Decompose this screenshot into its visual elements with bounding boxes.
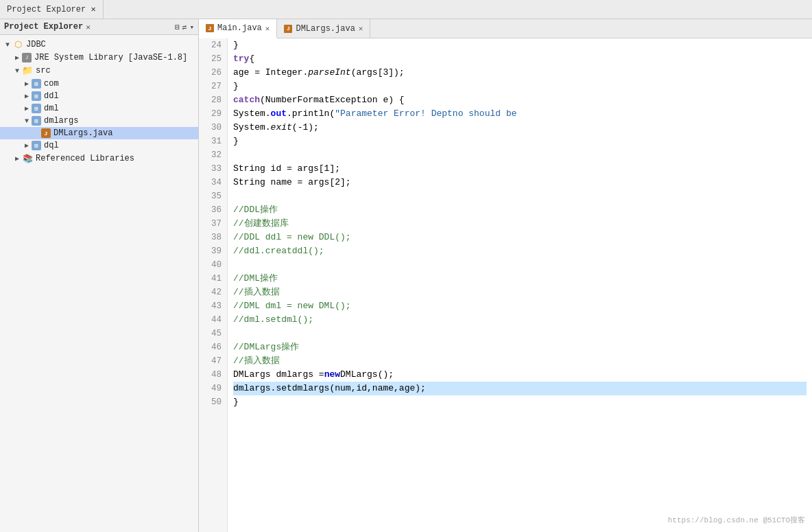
tree-item-dmlargs-file[interactable]: J DMLargs.java bbox=[0, 127, 198, 139]
arrow-jdbc: ▼ bbox=[3, 41, 12, 49]
explorer-tree: ▼ ⬡ JDBC ▶ J JRE System Library [JavaSE-… bbox=[0, 35, 198, 532]
explorer-header-icons: ⊟ ⇌ ▾ bbox=[175, 23, 194, 32]
code-line-25: try { bbox=[233, 52, 807, 66]
package-icon-dmlargs: ⊞ bbox=[32, 116, 41, 126]
tab-project-explorer-label: Project Explorer ✕ bbox=[7, 4, 96, 14]
tab-dmlargs-java-close[interactable]: ✕ bbox=[359, 24, 363, 33]
code-line-37: //创建数据库 bbox=[233, 217, 807, 231]
explorer-close-icon[interactable]: ✕ bbox=[86, 23, 91, 32]
code-line-50: } bbox=[233, 395, 807, 409]
code-line-32 bbox=[233, 148, 807, 162]
label-src: src bbox=[36, 66, 51, 76]
tab-main-java[interactable]: J Main.java ✕ bbox=[199, 19, 277, 38]
tab-main-java-label: Main.java bbox=[217, 23, 262, 33]
code-line-45 bbox=[233, 327, 807, 340]
label-jre: JRE System Library [JavaSE-1.8] bbox=[34, 53, 187, 62]
dmlargs-java-file-icon: J bbox=[284, 25, 292, 33]
tree-item-jre[interactable]: ▶ J JRE System Library [JavaSE-1.8] bbox=[0, 51, 198, 64]
code-line-43: //DML dml = new DML(); bbox=[233, 299, 807, 313]
main-java-file-icon: J bbox=[206, 24, 214, 32]
arrow-dml: ▶ bbox=[22, 104, 32, 113]
label-reflibs: Referenced Libraries bbox=[36, 154, 134, 163]
label-dmlargs: dmlargs bbox=[44, 116, 78, 126]
java-file-icon-dmlargs: J bbox=[41, 128, 51, 138]
jre-icon: J bbox=[22, 53, 32, 62]
view-menu-icon[interactable]: ▾ bbox=[189, 23, 194, 32]
code-content[interactable]: 24 25 26 27 28 29 30 31 32 33 34 35 36 3… bbox=[199, 38, 812, 532]
tab-project-explorer[interactable]: Project Explorer ✕ bbox=[0, 0, 104, 19]
label-ddl: ddl bbox=[44, 91, 59, 101]
project-icon: ⬡ bbox=[12, 39, 23, 50]
tree-item-com[interactable]: ▶ ⊞ com bbox=[0, 78, 198, 90]
code-line-39: //ddl.creatddl(); bbox=[233, 244, 807, 258]
code-line-26: age = Integer.parseInt(args[3]); bbox=[233, 66, 807, 80]
label-dml: dml bbox=[44, 104, 59, 113]
code-line-49: dmlargs.setdmlargs(num,id,name,age); bbox=[233, 382, 807, 395]
code-line-44: //dml.setdml(); bbox=[233, 313, 807, 327]
code-line-33: String id = args[1]; bbox=[233, 162, 807, 176]
tab-dmlargs-java[interactable]: J DMLargs.java ✕ bbox=[277, 19, 370, 38]
tab-dmlargs-java-label: DMLargs.java bbox=[296, 24, 355, 34]
lib-icon: 📚 bbox=[22, 153, 33, 164]
code-line-31: } bbox=[233, 135, 807, 148]
label-jdbc: JDBC bbox=[26, 40, 46, 49]
code-line-46: //DMLargs操作 bbox=[233, 340, 807, 354]
project-explorer-panel: Project Explorer ✕ ⊟ ⇌ ▾ ▼ ⬡ JDBC ▶ J bbox=[0, 19, 199, 532]
folder-icon-src: 📁 bbox=[22, 65, 33, 76]
arrow-com: ▶ bbox=[22, 80, 32, 88]
code-line-38: //DDL ddl = new DDL(); bbox=[233, 231, 807, 244]
tree-item-dml[interactable]: ▶ ⊞ dml bbox=[0, 102, 198, 115]
arrow-dmlargs-file bbox=[32, 130, 41, 137]
code-area[interactable]: } try { age = Integer.parseInt(args[3]);… bbox=[228, 38, 812, 532]
tree-item-ddl[interactable]: ▶ ⊞ ddl bbox=[0, 90, 198, 102]
main-layout: Project Explorer ✕ ⊟ ⇌ ▾ ▼ ⬡ JDBC ▶ J bbox=[0, 19, 812, 532]
code-line-40 bbox=[233, 258, 807, 272]
arrow-dmlargs: ▼ bbox=[22, 117, 32, 125]
link-with-editor-icon[interactable]: ⇌ bbox=[182, 23, 187, 32]
explorer-header-left: Project Explorer ✕ bbox=[4, 22, 91, 32]
collapse-all-icon[interactable]: ⊟ bbox=[175, 23, 180, 32]
watermark: https://blog.csdn.ne @51CTO搜客 bbox=[668, 515, 805, 525]
package-icon-dml: ⊞ bbox=[32, 104, 41, 113]
code-line-34: String name = args[2]; bbox=[233, 176, 807, 189]
editor-tab-bar: J Main.java ✕ J DMLargs.java ✕ bbox=[199, 19, 812, 38]
code-line-42: //插入数据 bbox=[233, 286, 807, 299]
code-line-47: //插入数据 bbox=[233, 354, 807, 368]
tree-item-dmlargs[interactable]: ▼ ⊞ dmlargs bbox=[0, 115, 198, 127]
arrow-jre: ▶ bbox=[12, 54, 22, 62]
package-icon-com: ⊞ bbox=[32, 79, 41, 89]
package-icon-ddl: ⊞ bbox=[32, 91, 41, 101]
code-line-41: //DML操作 bbox=[233, 272, 807, 286]
explorer-header: Project Explorer ✕ ⊟ ⇌ ▾ bbox=[0, 19, 198, 35]
code-line-48: DMLargs dmlargs = new DMLargs(); bbox=[233, 368, 807, 382]
project-explorer-title: Project Explorer bbox=[4, 22, 83, 32]
arrow-reflibs: ▶ bbox=[12, 154, 22, 163]
tree-item-src[interactable]: ▼ 📁 src bbox=[0, 64, 198, 78]
code-line-35 bbox=[233, 189, 807, 203]
tree-item-dql[interactable]: ▶ ⊞ dql bbox=[0, 139, 198, 152]
tab-main-java-close[interactable]: ✕ bbox=[265, 24, 270, 33]
tab-bar: Project Explorer ✕ bbox=[0, 0, 812, 19]
package-icon-dql: ⊞ bbox=[32, 141, 41, 150]
tree-item-reflibs[interactable]: ▶ 📚 Referenced Libraries bbox=[0, 152, 198, 165]
code-line-30: System.exit(-1); bbox=[233, 121, 807, 135]
code-line-24: } bbox=[233, 38, 807, 52]
arrow-ddl: ▶ bbox=[22, 92, 32, 100]
arrow-dql: ▶ bbox=[22, 141, 32, 150]
code-line-29: System.out.println("Parameter Error! Dep… bbox=[233, 107, 807, 121]
code-editor: J Main.java ✕ J DMLargs.java ✕ 24 25 26 … bbox=[199, 19, 812, 532]
label-dql: dql bbox=[44, 141, 59, 150]
tree-item-jdbc[interactable]: ▼ ⬡ JDBC bbox=[0, 38, 198, 51]
label-com: com bbox=[44, 79, 59, 89]
code-line-28: catch (NumberFormatException e) { bbox=[233, 93, 807, 107]
code-line-36: //DDL操作 bbox=[233, 203, 807, 217]
line-numbers: 24 25 26 27 28 29 30 31 32 33 34 35 36 3… bbox=[199, 38, 228, 532]
code-line-27: } bbox=[233, 80, 807, 93]
arrow-src: ▼ bbox=[12, 67, 22, 75]
label-dmlargs-file: DMLargs.java bbox=[53, 128, 112, 138]
